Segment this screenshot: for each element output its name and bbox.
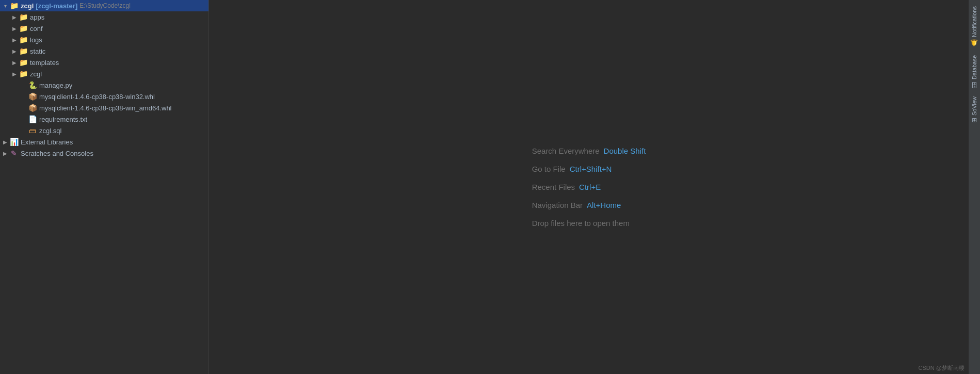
- file-label: requirements.txt: [39, 116, 208, 123]
- tree-item-logs[interactable]: ▶ 📁 logs: [0, 34, 208, 45]
- txt-file-icon: 📄: [28, 115, 37, 123]
- hint-label: Search Everywhere: [532, 147, 600, 155]
- tree-item-apps[interactable]: ▶ 📁 apps: [0, 11, 208, 23]
- tree-item-external-libraries[interactable]: ▶ 📊 External Libraries: [0, 136, 208, 148]
- hint-search-everywhere: Search Everywhere Double Shift: [532, 147, 646, 155]
- folder-icon: 📁: [19, 47, 28, 55]
- arrow-icon: ▶: [10, 14, 19, 20]
- soview-tab[interactable]: ⊞ SoView: [969, 92, 979, 127]
- arrow-icon: ▶: [10, 37, 19, 43]
- folder-label: zcgl: [30, 70, 208, 78]
- arrow-icon: ▾: [1, 3, 9, 9]
- tree-item-zcgl-sub[interactable]: ▶ 📁 zcgl: [0, 68, 208, 79]
- notifications-icon: 🔔: [971, 39, 978, 47]
- scratches-icon: ✎: [9, 149, 19, 157]
- soview-label: SoView: [971, 96, 977, 116]
- database-tab[interactable]: 🗄 Database: [969, 51, 979, 92]
- tree-item-manage-py[interactable]: ▶ 🐍 manage.py: [0, 79, 208, 91]
- database-label: Database: [971, 55, 977, 79]
- hint-block: Search Everywhere Double Shift Go to Fil…: [532, 147, 646, 227]
- shortcut-ctrl-e: Ctrl+E: [579, 183, 601, 191]
- hint-recent-files: Recent Files Ctrl+E: [532, 183, 646, 191]
- tree-item-mysqlclient-amd64[interactable]: ▶ 📦 mysqlclient-1.4.6-cp38-cp38-win_amd6…: [0, 102, 208, 113]
- file-label: manage.py: [39, 82, 208, 89]
- scratches-label: Scratches and Consoles: [21, 150, 208, 157]
- hint-drop-files: Drop files here to open them: [532, 219, 646, 227]
- folder-icon: 📁: [19, 13, 28, 21]
- file-label: zcgl.sql: [39, 127, 208, 135]
- tree-item-conf[interactable]: ▶ 📁 conf: [0, 23, 208, 34]
- arrow-icon: ▶: [10, 60, 19, 66]
- folder-icon: 📁: [19, 70, 28, 78]
- tree-item-mysqlclient-win32[interactable]: ▶ 📦 mysqlclient-1.4.6-cp38-cp38-win32.wh…: [0, 91, 208, 102]
- tree-item-templates[interactable]: ▶ 📁 templates: [0, 57, 208, 68]
- tree-item-zcgl-sql[interactable]: ▶ 🗃 zcgl.sql: [0, 125, 208, 136]
- root-name: zcgl: [21, 2, 34, 10]
- right-tool-panel: 🔔 Notifications 🗄 Database ⊞ SoView: [969, 0, 980, 374]
- arrow-icon: ▶: [1, 151, 9, 156]
- watermark: CSDN @梦断南楼: [919, 364, 965, 372]
- folder-icon: 📁: [19, 36, 28, 44]
- tree-item-root[interactable]: ▾ 📁 zcgl [zcgl-master] E:\StudyCode\zcgl: [0, 0, 208, 11]
- root-alias: [zcgl-master]: [36, 2, 77, 10]
- folder-icon: 📁: [19, 24, 28, 32]
- whl-file-icon: 📦: [28, 92, 37, 101]
- tree-item-static[interactable]: ▶ 📁 static: [0, 45, 208, 57]
- ext-lib-label: External Libraries: [21, 138, 208, 146]
- ext-lib-icon: 📊: [9, 138, 19, 146]
- hint-label: Recent Files: [532, 183, 575, 191]
- hint-label: Navigation Bar: [532, 201, 583, 209]
- hint-label: Go to File: [532, 165, 566, 173]
- folder-icon: 📁: [9, 2, 19, 10]
- tree-item-requirements-txt[interactable]: ▶ 📄 requirements.txt: [0, 113, 208, 125]
- whl-file-icon: 📦: [28, 104, 37, 112]
- folder-label: templates: [30, 59, 208, 67]
- arrow-icon: ▶: [10, 48, 19, 54]
- sql-file-icon: 🗃: [28, 126, 37, 135]
- shortcut-ctrl-shift-n: Ctrl+Shift+N: [570, 165, 612, 173]
- file-tree-panel[interactable]: ▾ 📁 zcgl [zcgl-master] E:\StudyCode\zcgl…: [0, 0, 209, 374]
- py-file-icon: 🐍: [28, 81, 37, 89]
- folder-label: apps: [30, 13, 208, 21]
- hint-navigation-bar: Navigation Bar Alt+Home: [532, 201, 646, 209]
- notifications-tab[interactable]: 🔔 Notifications: [969, 2, 979, 51]
- root-path: E:\StudyCode\zcgl: [79, 2, 131, 9]
- main-editor-area: Search Everywhere Double Shift Go to Fil…: [209, 0, 969, 374]
- file-label: mysqlclient-1.4.6-cp38-cp38-win_amd64.wh…: [39, 104, 208, 112]
- folder-label: conf: [30, 25, 208, 32]
- arrow-icon: ▶: [10, 26, 19, 31]
- shortcut-double-shift: Double Shift: [604, 147, 646, 155]
- folder-label: static: [30, 47, 208, 55]
- notifications-label: Notifications: [971, 6, 977, 37]
- shortcut-alt-home: Alt+Home: [587, 201, 621, 209]
- tree-item-scratches[interactable]: ▶ ✎ Scratches and Consoles: [0, 148, 208, 159]
- arrow-icon: ▶: [10, 71, 19, 77]
- file-label: mysqlclient-1.4.6-cp38-cp38-win32.whl: [39, 93, 208, 101]
- arrow-icon: ▶: [1, 139, 9, 145]
- database-icon: 🗄: [971, 82, 978, 88]
- folder-label: logs: [30, 36, 208, 44]
- soview-icon: ⊞: [971, 118, 978, 123]
- folder-icon: 📁: [19, 58, 28, 67]
- hint-goto-file: Go to File Ctrl+Shift+N: [532, 165, 646, 173]
